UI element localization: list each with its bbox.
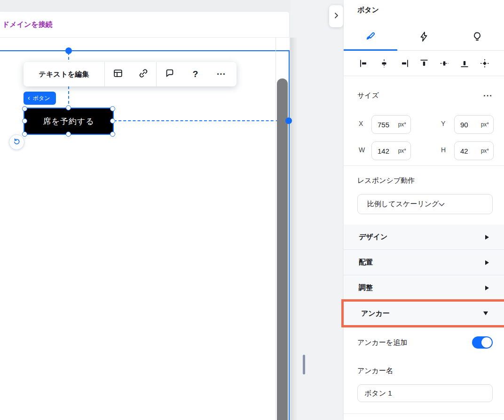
add-anchor-label: アンカーを追加 [357,338,407,347]
dropdown-selected-value: 比例してスケーリング [367,200,439,209]
toggle-knob [481,337,492,348]
anchor-name-input[interactable] [364,389,486,397]
triangle-right-icon [485,260,489,265]
page-scrollbar-track [276,38,276,420]
resize-handle-bottom-center[interactable] [66,132,71,137]
lightning-icon [418,31,430,44]
help-button[interactable]: ? [182,62,208,86]
tab-design[interactable] [344,24,397,50]
active-tab-underline [344,49,397,51]
x-input[interactable] [378,121,395,129]
resize-handle-middle-left[interactable] [22,118,27,124]
anchor-name-input-box [357,384,493,402]
accordion-design-label: デザイン [359,233,387,241]
h-unit: px* [481,148,489,154]
resize-handle-top-center[interactable] [66,105,71,110]
alignment-toolbar [344,51,504,76]
h-input[interactable] [460,147,478,155]
accordion-adjust[interactable]: 調整 [344,275,504,301]
accordion-arrangement[interactable]: 配置 [344,250,504,275]
connect-domain-link[interactable]: ドメインを接続 [0,20,53,29]
x-input-box: px* [371,115,411,134]
align-center-both-icon[interactable] [479,58,490,69]
resize-handle-bottom-left[interactable] [22,132,27,137]
size-row-wh: W px* H px* [344,141,504,160]
align-left-icon[interactable] [358,58,370,69]
responsive-behavior-label: レスポンシブ動作 [357,176,415,185]
layout-icon [113,68,123,80]
selected-button-element[interactable]: 席を予約する [24,109,113,134]
more-actions-button[interactable]: ··· [208,62,234,86]
section-selection-top-line [0,50,290,51]
accordion-anchor-label: アンカー [361,309,390,318]
add-anchor-toggle[interactable] [472,336,493,349]
y-input-box: px* [454,115,494,134]
triangle-right-icon [485,286,489,290]
add-anchor-row: アンカーを追加 [357,335,493,350]
resize-handle-top-left[interactable] [22,106,27,111]
align-right-icon[interactable] [399,58,410,69]
page-edge-shadow [290,38,298,420]
resize-handle-middle-right[interactable] [110,118,115,124]
size-label: サイズ [357,91,379,100]
size-more-icon[interactable]: ··· [483,93,493,98]
resize-handle-bottom-right[interactable] [110,132,115,137]
chevron-right-icon [333,12,339,21]
align-bottom-icon[interactable] [459,58,470,69]
question-icon: ? [193,69,198,79]
separator [344,413,504,414]
h-label: H [441,146,446,154]
comment-icon [165,68,175,80]
anchor-name-label: アンカー名 [357,366,393,375]
page-scrollbar-thumb[interactable] [277,78,288,420]
layout-button[interactable] [105,62,131,86]
ellipsis-icon: ··· [217,69,226,79]
h-input-box: px* [454,141,494,160]
y-unit: px* [481,121,489,128]
section-selection-right-line [289,50,290,420]
site-header-bar: ドメインを接続 [0,12,289,38]
tab-animation[interactable] [397,24,451,50]
triangle-right-icon [485,235,489,240]
gap-mini-scrollbar[interactable] [303,355,305,374]
separator [344,165,504,166]
canvas-top-strip [0,0,291,12]
element-toolbar: テキストを編集 [24,62,236,86]
w-unit: px* [398,148,406,154]
editor-canvas: ドメインを接続 テキストを編集 [0,0,344,420]
w-label: W [359,146,365,154]
align-top-icon[interactable] [418,58,430,69]
accordion-anchor-highlighted[interactable]: アンカー [341,299,504,327]
x-label: X [359,120,363,127]
element-breadcrumb-badge[interactable]: ‹ ボタン [24,92,56,105]
panel-collapse-button[interactable] [329,5,343,27]
accordion-adjust-label: 調整 [359,283,373,292]
lightbulb-icon [472,31,483,44]
accordion-design[interactable]: デザイン [344,225,504,250]
settings-panel: ボタン [344,0,504,420]
brush-icon [365,31,376,44]
align-center-vertical-icon[interactable] [439,58,450,69]
comment-button[interactable] [157,62,182,86]
edit-text-button[interactable]: テキストを編集 [24,62,105,86]
chevron-down-icon [439,200,445,209]
responsive-behavior-dropdown[interactable]: 比例してスケーリング [357,194,493,214]
y-input[interactable] [460,121,478,129]
w-input-box: px* [371,141,411,160]
y-label: Y [441,120,445,127]
align-center-horizontal-icon[interactable] [378,58,390,69]
panel-title: ボタン [357,6,379,15]
rotate-element-button[interactable] [9,134,24,150]
tab-suggestions[interactable] [450,24,504,50]
section-top-handle[interactable] [65,47,72,54]
chevron-left-icon: ‹ [28,94,30,101]
rotate-icon [13,137,21,147]
wix-editor: ドメインを接続 テキストを編集 [0,0,504,420]
link-button[interactable] [131,62,157,86]
section-right-handle[interactable] [285,117,292,124]
w-input[interactable] [378,147,395,155]
panel-tab-bar [344,24,504,51]
accordion-arrangement-label: 配置 [359,258,373,267]
x-unit: px* [398,121,406,128]
resize-handle-top-right[interactable] [110,106,115,111]
